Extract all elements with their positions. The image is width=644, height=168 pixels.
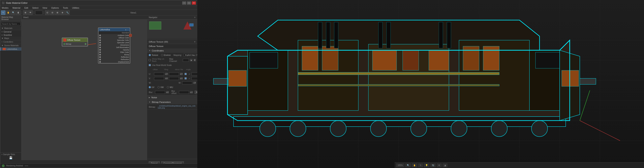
viewport-settings[interactable]: ⚙ <box>437 164 442 167</box>
snap3-button[interactable]: ⊞ <box>55 10 60 15</box>
pan-tool-button[interactable]: ✋ <box>6 10 10 15</box>
coord-options[interactable]: ⋯ <box>194 50 196 52</box>
u-label: U: <box>149 73 153 75</box>
nav-options-icon[interactable]: ▼ <box>194 16 196 18</box>
light-settings[interactable]: 💡 <box>424 164 429 167</box>
menu-select[interactable]: Select <box>32 7 39 9</box>
number-input[interactable]: 0 <box>35 11 42 15</box>
coordinates-header[interactable]: ▼ Coordinates ⋯ <box>147 48 198 53</box>
save-icon[interactable]: 💾 <box>9 156 12 159</box>
snap2-button[interactable]: ⊟ <box>50 10 54 15</box>
v-offset-spinners[interactable]: ▲▼ <box>165 77 168 80</box>
bitmap-params-header[interactable]: ▼ Bitmap Parameters <box>147 100 198 104</box>
vw-label: VW <box>160 86 164 88</box>
zoom-tool-button[interactable]: 🔍 <box>11 10 16 15</box>
maximize-button[interactable]: □ <box>187 1 191 5</box>
blur-spinners[interactable]: ▲▼ <box>166 91 169 93</box>
w-angle-spinners[interactable]: ▲▼ <box>194 82 196 84</box>
navigator-content[interactable] <box>147 19 198 39</box>
menu-view[interactable]: View <box>42 7 48 9</box>
diffuse-bitmap-node[interactable]: Diffuse Texture Bitmap <box>62 38 88 46</box>
glossiness-port-dot <box>99 44 101 46</box>
uv-dot <box>149 86 151 88</box>
map-channel-down[interactable]: ▼ <box>194 59 196 61</box>
lokomotiva-node[interactable]: Lokomotiva ▲ — Standard Ambient Color Di… <box>98 27 130 63</box>
v-mirror-check: ✓ <box>189 77 190 80</box>
svg-rect-55 <box>334 22 338 48</box>
props-options-icon[interactable]: ▼ <box>194 41 196 43</box>
menu-utilities[interactable]: Utilities <box>71 7 80 9</box>
blur-offset-input[interactable]: 0,0 <box>179 91 189 94</box>
uv-radio[interactable]: UV <box>149 86 154 88</box>
noise-options[interactable]: ⋯ <box>194 96 196 98</box>
mapping-dropdown[interactable]: Explicit Map Channel <box>184 53 198 57</box>
rotate-button[interactable]: Rotate <box>195 91 198 94</box>
u-tiling-spinners[interactable]: ▲▼ <box>180 73 182 75</box>
snap1-button[interactable]: ⊡ <box>45 10 50 15</box>
blur-offset-spinners[interactable]: ▲▼ <box>190 91 193 93</box>
u-tiling-input[interactable]: 1,0 <box>169 73 179 76</box>
v-tiling-spinners[interactable]: ▲▼ <box>180 77 182 80</box>
camera-settings[interactable]: 📷 <box>430 164 436 167</box>
maps-section[interactable]: ▼ Maps <box>0 37 21 40</box>
port-ambient: Ambient Color <box>98 34 130 37</box>
v-offset-input[interactable]: 0,0 <box>154 77 164 80</box>
zoom-level-display[interactable]: 105% <box>396 164 404 167</box>
real-world-checkbox[interactable] <box>149 64 151 66</box>
node-ctrl-minus[interactable]: — <box>127 29 129 30</box>
show-button[interactable]: 👁 <box>28 10 32 15</box>
map-channel-up[interactable]: ▲ <box>190 59 192 61</box>
search-input[interactable] <box>1 23 20 25</box>
noise-arrow: ▶ <box>149 96 150 98</box>
u-offset-input[interactable]: 0,0 <box>154 73 164 76</box>
bitmap-arrow: ▼ <box>149 101 150 103</box>
u-angle-input[interactable]: 0,0 <box>192 73 198 76</box>
v-tiling-input[interactable]: 1,0 <box>169 77 179 80</box>
u-offset-spinners[interactable]: ▲▼ <box>165 73 168 75</box>
display-options[interactable]: ◪ <box>443 164 447 167</box>
scanline-item[interactable]: + Scanline <box>0 33 21 37</box>
sample-slots[interactable]: + Sample Slots <box>0 153 21 156</box>
menu-modes[interactable]: Modes <box>1 7 9 9</box>
pan-tool[interactable]: ✋ <box>412 164 417 167</box>
blur-input[interactable]: 1,0 <box>155 91 165 94</box>
general-item[interactable]: + General <box>0 30 21 33</box>
reflection-port-dot <box>99 56 101 58</box>
navigator-panel: Navigator ▼ <box>147 15 198 40</box>
lokomotiva-material-item[interactable]: Lokomotiva... <box>0 47 21 51</box>
view1-canvas[interactable]: View1 Diffuse Texture Bitmap <box>22 15 147 160</box>
menu-edit[interactable]: Edit <box>24 7 29 9</box>
menu-options[interactable]: Options <box>50 7 60 9</box>
viewport-toolbar: 105% 🔍 ✋ ↻ 💡 📷 ⚙ ◪ <box>394 162 644 168</box>
u-mirror-checkbox[interactable] <box>184 73 186 75</box>
w-angle-input[interactable]: 0,0 <box>182 81 192 84</box>
search-box[interactable] <box>1 22 20 26</box>
grid-button[interactable]: ⊞ <box>23 10 28 15</box>
more-button[interactable]: 🔧 <box>65 10 70 15</box>
zoom-tool[interactable]: 🔍 <box>406 164 411 167</box>
scene-materials-section[interactable]: ▼ Scene Materials <box>0 44 21 47</box>
v-angle-input[interactable]: 0,0 <box>192 77 198 80</box>
environ-radio[interactable]: Environ <box>161 54 171 56</box>
menu-tools[interactable]: Tools <box>62 7 69 9</box>
vw-radio[interactable]: VW <box>158 86 164 88</box>
show-map-back-checkbox[interactable] <box>149 59 151 61</box>
map-channel-input[interactable]: 1 <box>183 59 189 62</box>
controllers-section[interactable]: + Controllers <box>0 40 21 44</box>
minimize-button[interactable]: ─ <box>182 1 186 5</box>
materials-section[interactable]: ▼ Materials <box>0 26 21 30</box>
menu-material[interactable]: Material <box>12 7 21 9</box>
output-port-dot <box>129 34 132 37</box>
v-mirror-checkbox[interactable] <box>184 77 186 79</box>
orbit-tool[interactable]: ↻ <box>418 164 423 167</box>
noise-header[interactable]: ▶ Noise ⋯ <box>147 95 198 100</box>
node-ctrl-triangle[interactable]: ▲ <box>125 29 127 30</box>
select-tool-button[interactable]: ↖ <box>1 10 6 15</box>
wu-radio[interactable]: WU <box>167 86 173 88</box>
close-button[interactable]: ✕ <box>192 1 196 5</box>
delete-button[interactable]: 🗑 <box>16 10 20 15</box>
output-port <box>128 34 132 37</box>
texture-radio[interactable]: Texture <box>149 54 158 56</box>
viewport-3d[interactable]: 105% 🔍 ✋ ↻ 💡 📷 ⚙ ◪ <box>197 0 644 168</box>
snap4-button[interactable]: ⊕ <box>60 10 64 15</box>
